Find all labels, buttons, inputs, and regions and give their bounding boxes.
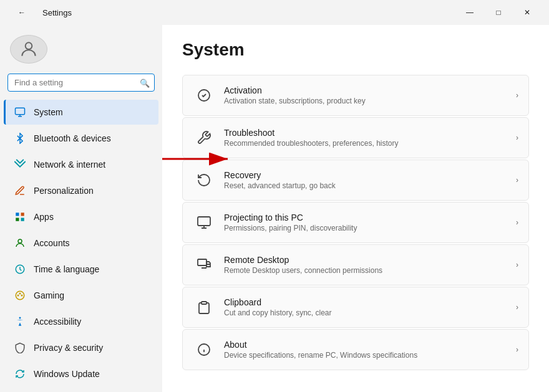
privacy-icon bbox=[14, 342, 26, 354]
about-chevron: › bbox=[516, 345, 518, 354]
bluetooth-icon bbox=[14, 132, 26, 145]
activation-subtitle: Activation state, subscriptions, product… bbox=[224, 97, 516, 105]
remote-desktop-chevron: › bbox=[516, 261, 518, 269]
svg-rect-18 bbox=[202, 302, 206, 304]
svg-point-12 bbox=[19, 317, 21, 319]
sidebar-label-network: Network & internet bbox=[34, 160, 105, 170]
sidebar-label-apps: Apps bbox=[34, 212, 54, 222]
search-icon: 🔍 bbox=[140, 78, 150, 87]
time-icon bbox=[14, 263, 26, 275]
sidebar: 🔍 System Bluetooth & devices Network & i… bbox=[0, 25, 162, 392]
update-icon bbox=[14, 368, 26, 380]
sidebar-label-accounts: Accounts bbox=[34, 238, 70, 248]
sidebar-label-system: System bbox=[34, 107, 63, 117]
about-title: About bbox=[224, 340, 516, 350]
sidebar-label-gaming: Gaming bbox=[34, 290, 64, 300]
svg-point-0 bbox=[26, 42, 32, 49]
sidebar-label-personalization: Personalization bbox=[34, 186, 94, 196]
personalization-icon bbox=[14, 184, 26, 197]
svg-point-8 bbox=[16, 291, 24, 300]
settings-item-clipboard[interactable]: Clipboard Cut and copy history, sync, cl… bbox=[182, 287, 529, 328]
accounts-icon bbox=[14, 237, 26, 249]
accessibility-icon bbox=[14, 315, 26, 328]
svg-rect-17 bbox=[198, 259, 206, 265]
sidebar-item-accessibility[interactable]: Accessibility bbox=[4, 309, 158, 334]
projecting-icon bbox=[193, 211, 215, 234]
svg-rect-16 bbox=[198, 217, 210, 226]
projecting-subtitle: Permissions, pairing PIN, discoverabilit… bbox=[224, 224, 516, 232]
close-button[interactable]: ✕ bbox=[513, 2, 542, 22]
settings-item-remote-desktop[interactable]: Remote Desktop Remote Desktop users, con… bbox=[182, 244, 529, 285]
sidebar-item-accounts[interactable]: Accounts bbox=[4, 231, 158, 256]
troubleshoot-title: Troubleshoot bbox=[224, 128, 516, 138]
svg-point-10 bbox=[19, 293, 21, 294]
activation-title: Activation bbox=[224, 85, 516, 95]
search-box: 🔍 bbox=[7, 74, 155, 92]
avatar[interactable] bbox=[10, 35, 47, 64]
troubleshoot-chevron: › bbox=[516, 133, 518, 142]
remote-desktop-title: Remote Desktop bbox=[224, 255, 516, 265]
back-button[interactable]: ← bbox=[7, 2, 36, 22]
sidebar-label-time: Time & language bbox=[34, 264, 99, 274]
settings-item-troubleshoot[interactable]: Troubleshoot Recommended troubleshooters… bbox=[182, 117, 529, 158]
remote-desktop-subtitle: Remote Desktop users, connection permiss… bbox=[224, 266, 516, 275]
troubleshoot-subtitle: Recommended troubleshooters, preferences… bbox=[224, 139, 516, 148]
remote-desktop-icon bbox=[193, 254, 215, 276]
recovery-icon bbox=[193, 169, 215, 191]
sidebar-label-accessibility: Accessibility bbox=[34, 317, 81, 327]
svg-point-9 bbox=[17, 295, 19, 296]
main-content: System Activation Activation state, subs… bbox=[162, 25, 549, 392]
settings-list: Activation Activation state, subscriptio… bbox=[182, 75, 529, 370]
sidebar-item-system[interactable]: System bbox=[4, 100, 158, 125]
system-icon bbox=[14, 106, 26, 118]
recovery-subtitle: Reset, advanced startup, go back bbox=[224, 181, 516, 190]
recovery-chevron: › bbox=[516, 176, 518, 184]
svg-point-11 bbox=[21, 295, 22, 296]
sidebar-item-update[interactable]: Windows Update bbox=[4, 361, 158, 386]
sidebar-item-time[interactable]: Time & language bbox=[4, 257, 158, 282]
clipboard-title: Clipboard bbox=[224, 297, 516, 307]
sidebar-item-personalization[interactable]: Personalization bbox=[4, 178, 158, 203]
svg-rect-2 bbox=[16, 213, 19, 216]
sidebar-label-update: Windows Update bbox=[34, 369, 100, 379]
settings-item-activation[interactable]: Activation Activation state, subscriptio… bbox=[182, 75, 529, 116]
title-bar: ← Settings — □ ✕ bbox=[0, 0, 549, 25]
recovery-title: Recovery bbox=[224, 170, 516, 180]
page-title: System bbox=[182, 40, 529, 60]
app-title: Settings bbox=[42, 8, 72, 17]
svg-point-6 bbox=[18, 239, 22, 243]
projecting-title: Projecting to this PC bbox=[224, 213, 516, 222]
minimize-button[interactable]: — bbox=[455, 2, 484, 22]
svg-rect-1 bbox=[16, 108, 25, 115]
sidebar-item-network[interactable]: Network & internet bbox=[4, 152, 158, 177]
sidebar-label-privacy: Privacy & security bbox=[34, 343, 103, 353]
sidebar-item-privacy[interactable]: Privacy & security bbox=[4, 335, 158, 360]
svg-rect-5 bbox=[21, 218, 24, 221]
maximize-button[interactable]: □ bbox=[484, 2, 513, 22]
clipboard-icon bbox=[193, 296, 215, 318]
activation-chevron: › bbox=[516, 91, 518, 100]
settings-item-projecting[interactable]: Projecting to this PC Permissions, pairi… bbox=[182, 202, 529, 243]
troubleshoot-icon bbox=[193, 127, 215, 149]
sidebar-item-apps[interactable]: Apps bbox=[4, 204, 158, 229]
network-icon bbox=[14, 158, 26, 171]
gaming-icon bbox=[14, 289, 26, 302]
projecting-chevron: › bbox=[516, 218, 518, 227]
settings-item-about[interactable]: About Device specifications, rename PC, … bbox=[182, 329, 529, 370]
svg-rect-3 bbox=[21, 213, 24, 216]
sidebar-label-bluetooth: Bluetooth & devices bbox=[34, 133, 111, 143]
clipboard-subtitle: Cut and copy history, sync, clear bbox=[224, 308, 516, 317]
apps-icon bbox=[14, 211, 26, 223]
search-input[interactable] bbox=[7, 74, 155, 92]
settings-item-recovery[interactable]: Recovery Reset, advanced startup, go bac… bbox=[182, 160, 529, 201]
sidebar-item-gaming[interactable]: Gaming bbox=[4, 283, 158, 308]
about-subtitle: Device specifications, rename PC, Window… bbox=[224, 351, 516, 360]
svg-rect-4 bbox=[16, 218, 19, 221]
window-controls: — □ ✕ bbox=[455, 2, 542, 22]
activation-icon bbox=[193, 84, 215, 107]
about-icon bbox=[193, 338, 215, 361]
clipboard-chevron: › bbox=[516, 303, 518, 312]
sidebar-item-bluetooth[interactable]: Bluetooth & devices bbox=[4, 126, 158, 151]
